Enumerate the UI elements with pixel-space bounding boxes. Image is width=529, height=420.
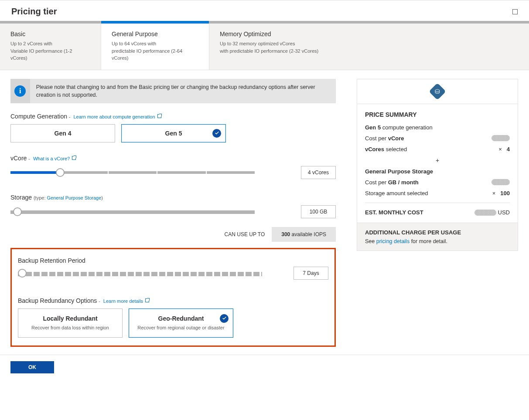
additional-charge-title: ADDITIONAL CHARGE PER USAGE <box>365 229 510 236</box>
gen4-toggle[interactable]: Gen 4 <box>10 124 115 142</box>
est-monthly-cost-label: EST. MONTHLY COST <box>365 209 423 216</box>
tier-name: General Purpose <box>112 30 198 37</box>
tier-desc: Up to 2 vCores withVariable IO performan… <box>10 40 90 62</box>
summary-gen: Gen 5 compute generation <box>365 124 433 131</box>
external-link-icon <box>157 114 161 118</box>
storage-type-link[interactable]: General Purpose Storage <box>47 195 102 200</box>
summary-storage-amount: Storage amount selected <box>365 190 428 196</box>
summary-cost-gb: Cost per GB / month <box>365 179 419 186</box>
ok-button[interactable]: OK <box>10 361 54 373</box>
check-icon <box>212 129 221 138</box>
iops-value: 300 available IOPS <box>272 227 336 242</box>
tier-name: Memory Optimized <box>220 30 519 37</box>
database-icon: ⛁ <box>429 83 446 100</box>
tier-tab-basic[interactable]: Basic Up to 2 vCores withVariable IO per… <box>0 24 101 70</box>
iops-label: CAN USE UP TO <box>218 227 272 242</box>
backup-retention-label: Backup Retention Period <box>18 257 328 264</box>
redacted-icon <box>491 179 510 185</box>
backup-retention-value: 7 Days <box>294 267 328 280</box>
backup-highlight-box: Backup Retention Period 7 Days Backup Re… <box>10 248 336 347</box>
pricing-details-link[interactable]: pricing details <box>376 238 410 244</box>
vcore-value: 4 vCores <box>301 166 336 179</box>
maximize-icon[interactable] <box>512 9 518 14</box>
summary-vcores-selected: vCores selected <box>365 146 407 152</box>
redundancy-learn-more-link[interactable]: Learn more details <box>103 298 149 304</box>
check-icon <box>220 314 229 323</box>
storage-label: Storage (type: General Purpose Storage) <box>10 194 336 201</box>
backup-redundancy-label: Backup Redundancy Options - Learn more d… <box>18 297 328 304</box>
summary-storage-heading: General Purpose Storage <box>365 168 510 175</box>
tier-tab-general-purpose[interactable]: General Purpose Up to 64 vCores withpred… <box>101 24 209 70</box>
backup-retention-slider[interactable] <box>18 269 262 278</box>
plus-icon: + <box>365 157 510 164</box>
storage-slider[interactable] <box>10 207 255 216</box>
option-title: Locally Redundant <box>23 315 118 322</box>
page-title: Pricing tier <box>11 7 57 17</box>
geo-redundant-option[interactable]: Geo-Redundant Recover from regional outa… <box>129 308 233 338</box>
storage-value: 100 GB <box>301 205 336 218</box>
vcore-slider[interactable] <box>10 168 255 177</box>
compute-generation-label: Compute Generation - Learn more about co… <box>10 113 336 120</box>
info-banner: i Please note that changing to and from … <box>10 79 336 103</box>
option-desc: Recover from regional outage or disaster <box>133 325 229 331</box>
est-monthly-cost-value: USD <box>474 209 510 216</box>
gen5-toggle[interactable]: Gen 5 <box>121 124 226 142</box>
info-icon: i <box>14 85 26 97</box>
compute-gen-learn-more-link[interactable]: Learn more about compute generation <box>73 114 161 119</box>
vcore-label: vCore - What is a vCore? <box>10 155 336 162</box>
redacted-icon <box>474 210 496 216</box>
option-title: Geo-Redundant <box>133 315 229 322</box>
tier-tab-memory-optimized[interactable]: Memory Optimized Up to 32 memory optimiz… <box>209 24 529 70</box>
external-link-icon <box>72 156 76 160</box>
external-link-icon <box>145 298 149 302</box>
vcore-learn-more-link[interactable]: What is a vCore? <box>33 156 76 161</box>
price-summary-card: ⛁ PRICE SUMMARY Gen 5 compute generation… <box>357 79 518 251</box>
additional-charge-text: See pricing details for more detail. <box>365 238 510 244</box>
tier-name: Basic <box>10 30 90 37</box>
summary-cost-vcore: Cost per vCore <box>365 135 404 142</box>
tier-desc: Up to 64 vCores withpredictable IO perfo… <box>112 40 198 62</box>
info-text: Please note that changing to and from th… <box>30 79 336 103</box>
tier-desc: Up to 32 memory optimized vCoreswith pre… <box>220 40 519 54</box>
price-summary-title: PRICE SUMMARY <box>365 111 510 118</box>
option-desc: Recover from data loss within region <box>23 325 118 331</box>
redacted-icon <box>491 135 510 141</box>
locally-redundant-option[interactable]: Locally Redundant Recover from data loss… <box>18 308 123 338</box>
